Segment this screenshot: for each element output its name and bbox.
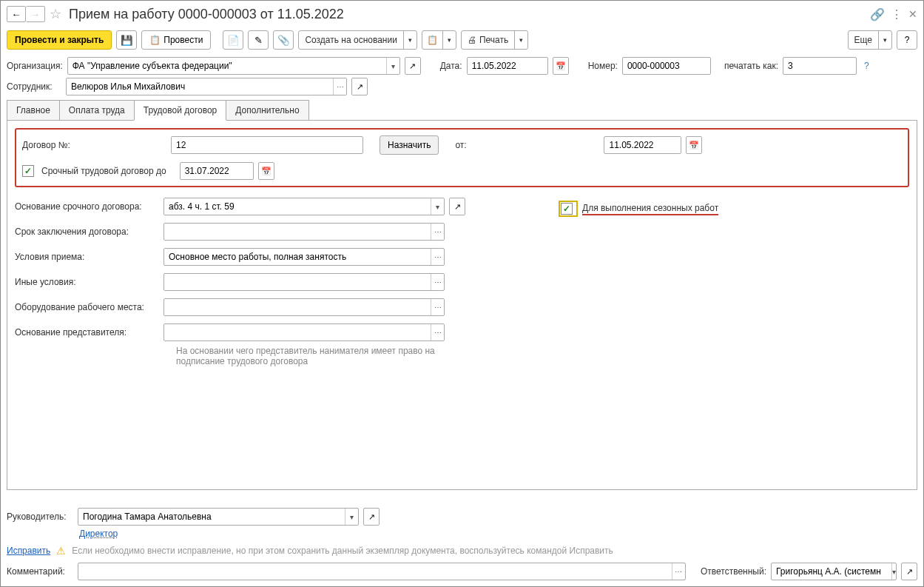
forward-button[interactable]: → [26, 6, 45, 22]
highlight-box: Договор №: Назначить от: 📅 Срочный трудо… [15, 128, 909, 187]
fixed-term-date-picker[interactable]: 📅 [258, 162, 274, 180]
conditions-field[interactable]: ⋯ [163, 248, 445, 266]
link-icon[interactable]: 🔗 [870, 7, 885, 21]
equipment-field[interactable]: ⋯ [163, 298, 445, 316]
dropdown-icon[interactable]: ▾ [891, 563, 896, 580]
conditions-label: Условия приема: [15, 252, 159, 262]
post-and-close-button[interactable]: Провести и закрыть [7, 30, 112, 50]
org-field[interactable]: ▾ [67, 57, 400, 75]
warning-icon: ⚠ [56, 545, 66, 557]
ellipsis-icon[interactable]: ⋯ [431, 224, 444, 240]
favorite-icon[interactable]: ☆ [50, 6, 61, 22]
edit-icon-button[interactable]: ✎ [248, 30, 269, 50]
fix-link[interactable]: Исправить [7, 546, 50, 556]
dropdown-icon[interactable]: ▾ [386, 58, 399, 74]
basis-field[interactable]: ▾ [163, 198, 445, 215]
kebab-icon[interactable]: ⋮ [891, 7, 903, 21]
from-date-field[interactable] [604, 136, 681, 154]
tab-extra[interactable]: Дополнительно [226, 100, 308, 121]
fixed-term-checkbox[interactable] [22, 165, 34, 177]
doc-icon-button[interactable]: 📄 [223, 30, 243, 50]
template-button[interactable]: 📋 ▾ [422, 30, 456, 50]
employee-field[interactable]: ⋯ [66, 78, 347, 95]
assign-button[interactable]: Назначить [380, 135, 439, 155]
from-label: от: [455, 140, 599, 150]
open-manager-button[interactable]: ↗ [363, 508, 380, 526]
responsible-field[interactable]: ▾ [771, 563, 897, 580]
contract-num-field[interactable] [171, 136, 363, 154]
save-button[interactable]: 💾 [116, 30, 137, 50]
window-title: Прием на работу 0000-000003 от 11.05.202… [69, 7, 344, 22]
responsible-label: Ответственный: [701, 566, 766, 577]
date-field[interactable] [467, 57, 548, 75]
tab-salary[interactable]: Оплата труда [59, 100, 135, 121]
help-icon[interactable]: ? [864, 61, 869, 71]
ellipsis-icon[interactable]: ⋯ [672, 563, 685, 580]
open-basis-button[interactable]: ↗ [449, 198, 465, 215]
rep-basis-help: На основании чего представитель нанимате… [176, 346, 472, 366]
org-label: Организация: [7, 61, 63, 71]
manager-label: Руководитель: [7, 511, 73, 522]
fixed-term-date-field[interactable] [180, 162, 254, 180]
employee-label: Сотрудник: [7, 81, 61, 92]
attach-icon-button[interactable]: 📎 [273, 30, 294, 50]
date-label: Дата: [440, 61, 462, 71]
seasonal-label: Для выполнения сезонных работ [582, 203, 718, 215]
open-org-button[interactable]: ↗ [405, 57, 421, 75]
dropdown-icon[interactable]: ▾ [345, 509, 358, 525]
term-field[interactable]: ⋯ [163, 223, 445, 241]
post-button[interactable]: 📋Провести [141, 30, 211, 50]
print-as-field[interactable] [783, 57, 857, 75]
rep-basis-field[interactable]: ⋯ [163, 323, 445, 341]
comment-field[interactable]: ⋯ [78, 563, 686, 580]
other-label: Иные условия: [15, 277, 159, 287]
number-label: Номер: [588, 61, 618, 71]
back-button[interactable]: ← [7, 6, 26, 22]
print-button[interactable]: 🖨Печать ▾ [461, 30, 528, 50]
close-icon[interactable]: ✕ [908, 8, 917, 20]
tab-main[interactable]: Главное [7, 100, 60, 121]
contract-num-label: Договор №: [22, 140, 166, 150]
fix-text: Если необходимо внести исправление, но п… [72, 546, 613, 556]
ellipsis-icon[interactable]: ⋯ [333, 78, 346, 95]
fixed-term-label: Срочный трудовой договор до [41, 166, 166, 176]
print-as-label: печатать как: [724, 61, 778, 71]
create-based-button[interactable]: Создать на основании ▾ [298, 30, 417, 50]
open-responsible-button[interactable]: ↗ [901, 563, 917, 580]
term-label: Срок заключения договора: [15, 227, 159, 237]
seasonal-highlight [559, 201, 578, 217]
help-button[interactable]: ? [897, 30, 917, 50]
more-button[interactable]: Еще ▾ [848, 30, 892, 50]
date-picker-button[interactable]: 📅 [553, 57, 569, 75]
other-field[interactable]: ⋯ [163, 273, 445, 291]
dropdown-icon[interactable]: ▾ [431, 198, 444, 215]
tab-contract[interactable]: Трудовой договор [134, 100, 226, 121]
rep-basis-label: Основание представителя: [15, 327, 159, 338]
equipment-label: Оборудование рабочего места: [15, 302, 159, 312]
ellipsis-icon[interactable]: ⋯ [431, 299, 444, 315]
manager-field[interactable]: ▾ [78, 508, 359, 526]
seasonal-checkbox[interactable] [561, 203, 573, 215]
manager-position-link[interactable]: Директор [79, 529, 118, 539]
basis-label: Основание срочного договора: [15, 201, 159, 212]
ellipsis-icon[interactable]: ⋯ [431, 324, 444, 341]
open-employee-button[interactable]: ↗ [351, 78, 368, 95]
ellipsis-icon[interactable]: ⋯ [431, 249, 444, 265]
ellipsis-icon[interactable]: ⋯ [431, 274, 444, 290]
number-field[interactable] [622, 57, 711, 75]
from-date-picker[interactable]: 📅 [686, 136, 702, 154]
comment-label: Комментарий: [7, 566, 73, 577]
